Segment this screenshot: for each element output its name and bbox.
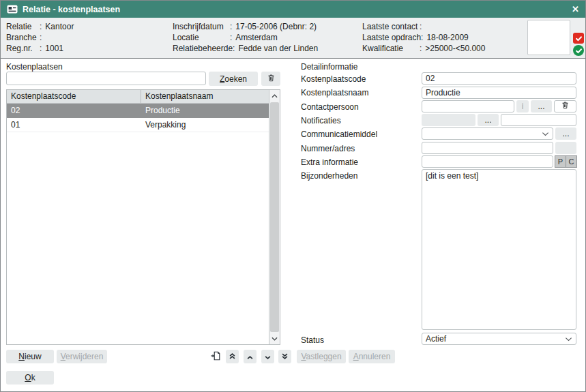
cell-kostenplaatscode: 02 — [7, 104, 141, 117]
extra-informatie-c-button[interactable]: C — [566, 155, 577, 168]
field-value: >25000-<50.000 — [425, 43, 485, 54]
ellipsis-icon: ... — [538, 102, 544, 111]
communicatiemiddel-select[interactable] — [422, 127, 553, 140]
field-label: Laatste opdrach — [362, 32, 421, 43]
green-check-icon — [573, 45, 584, 56]
nieuw-button-label: Nieuw — [18, 352, 41, 361]
extra-informatie-label: Extra informatie — [301, 157, 358, 167]
kostenplaatsnaam-input[interactable] — [422, 87, 576, 99]
field-value: 1001 — [45, 43, 63, 54]
double-chevron-up-icon — [229, 352, 236, 362]
ok-button[interactable]: Ok — [6, 371, 54, 385]
field-label: Locatie — [173, 32, 230, 43]
scroll-down-icon[interactable] — [269, 333, 280, 344]
field-label: Reg.nr. — [6, 43, 40, 54]
insert-page-button[interactable] — [209, 350, 222, 363]
colon: : — [230, 21, 232, 32]
scrollbar-thumb[interactable] — [270, 102, 279, 332]
contactpersoon-delete-button[interactable] — [554, 100, 576, 112]
contactpersoon-label: Contactpersoon — [301, 102, 359, 112]
header-column-3: Laatste contact: Laatste opdrach:18-08-2… — [362, 21, 485, 54]
extra-informatie-p-button[interactable]: P — [555, 155, 566, 168]
contactpersoon-browse-button[interactable]: ... — [531, 100, 552, 112]
table-row[interactable]: 02 Productie — [7, 104, 269, 118]
table-row[interactable]: 01 Verpakking — [7, 118, 269, 132]
red-check-icon — [573, 33, 584, 44]
header-column-1: Relatie:Kantoor Branche: Reg.nr.:1001 — [6, 21, 74, 54]
status-label: Status — [301, 335, 324, 345]
field-label: Laatste contact — [362, 21, 420, 32]
trash-icon — [561, 101, 570, 112]
table-body: 02 Productie 01 Verpakking — [7, 104, 269, 344]
nummer-adres-label: Nummer/adres — [301, 144, 355, 153]
field-value: Amsterdam — [235, 32, 277, 43]
nieuw-button[interactable]: Nieuw — [6, 350, 54, 363]
field-label: Inschrijfdatum — [173, 21, 230, 32]
trash-icon — [267, 74, 276, 85]
colon: : — [40, 32, 42, 43]
annuleren-button[interactable]: Annuleren — [349, 350, 395, 363]
table-header: Kostenplaatscode Kostenplaatsnaam — [7, 90, 269, 104]
c-button-label: C — [569, 157, 574, 166]
communicatiemiddel-label: Communicatiemiddel — [301, 130, 377, 139]
field-label: Relatiebeheerde — [173, 43, 233, 54]
photo-placeholder — [527, 20, 570, 55]
colon: : — [420, 21, 422, 32]
move-bottom-button[interactable] — [278, 350, 291, 363]
colon: : — [421, 32, 423, 43]
move-top-button[interactable] — [226, 350, 239, 363]
detail-panel-title: Detailinformatie — [301, 62, 357, 72]
notificaties-browse-button[interactable]: ... — [478, 114, 499, 126]
extra-informatie-input[interactable] — [422, 155, 553, 168]
double-chevron-down-icon — [281, 352, 289, 362]
communicatiemiddel-browse-button[interactable]: ... — [555, 127, 576, 140]
bijzonderheden-textarea[interactable]: [dit is een test] — [422, 169, 576, 330]
column-header-naam[interactable]: Kostenplaatsnaam — [141, 90, 269, 103]
chevron-up-icon — [246, 352, 254, 362]
column-header-code[interactable]: Kostenplaatscode — [7, 90, 141, 103]
contactpersoon-input[interactable] — [422, 100, 514, 112]
colon: : — [40, 43, 42, 54]
field-label: Relatie — [6, 21, 40, 32]
page-insert-icon — [210, 350, 221, 363]
list-panel-title: Kostenplaatsen — [6, 62, 63, 72]
kostenplaatscode-input[interactable] — [422, 72, 576, 85]
notificaties-input[interactable] — [501, 114, 576, 126]
nummer-adres-blank-button — [555, 142, 576, 154]
relation-header: Relatie:Kantoor Branche: Reg.nr.:1001 In… — [1, 18, 585, 59]
colon: : — [420, 43, 422, 54]
table-scrollbar[interactable] — [269, 90, 280, 344]
colon: : — [233, 43, 235, 54]
contact-card-icon — [7, 5, 18, 14]
contactpersoon-info-button[interactable]: i — [516, 100, 529, 112]
field-value: Kantoor — [45, 21, 74, 32]
dialog-window: Relatie - kostenplaatsen ✕ Relatie:Kanto… — [0, 0, 586, 392]
chevron-down-icon — [565, 334, 572, 344]
cell-kostenplaatsnaam: Verpakking — [141, 118, 269, 132]
colon: : — [230, 32, 232, 43]
move-down-button[interactable] — [261, 350, 274, 363]
status-value: Actief — [426, 334, 565, 344]
scroll-up-icon[interactable] — [269, 90, 280, 102]
zoeken-button-label: Zoeken — [220, 74, 247, 84]
field-value: Fedde van der Linden — [238, 43, 318, 54]
search-input[interactable] — [6, 72, 206, 85]
status-select[interactable]: Actief — [422, 333, 576, 345]
verwijderen-button[interactable]: Verwijderen — [57, 350, 107, 363]
kostenplaatsnaam-label: Kostenplaatsnaam — [301, 88, 368, 97]
cell-kostenplaatscode: 01 — [7, 118, 141, 132]
colon: : — [40, 21, 42, 32]
ok-button-label: Ok — [25, 373, 35, 382]
vastleggen-button-label: Vastleggen — [301, 352, 341, 361]
search-clear-trash-button[interactable] — [261, 72, 280, 86]
header-column-2: Inschrijfdatum:17-05-2006 (Debnr: 2) Loc… — [173, 21, 318, 54]
close-icon[interactable]: ✕ — [572, 5, 579, 14]
field-value: 17-05-2006 (Debnr: 2) — [235, 21, 317, 32]
field-value: 18-08-2009 — [426, 32, 468, 43]
window-title: Relatie - kostenplaatsen — [23, 5, 120, 14]
move-up-button[interactable] — [244, 350, 257, 363]
zoeken-button[interactable]: Zoeken — [209, 72, 258, 86]
vastleggen-button[interactable]: Vastleggen — [297, 350, 346, 363]
nummer-adres-input[interactable] — [422, 142, 553, 154]
cell-kostenplaatsnaam: Productie — [141, 104, 269, 117]
